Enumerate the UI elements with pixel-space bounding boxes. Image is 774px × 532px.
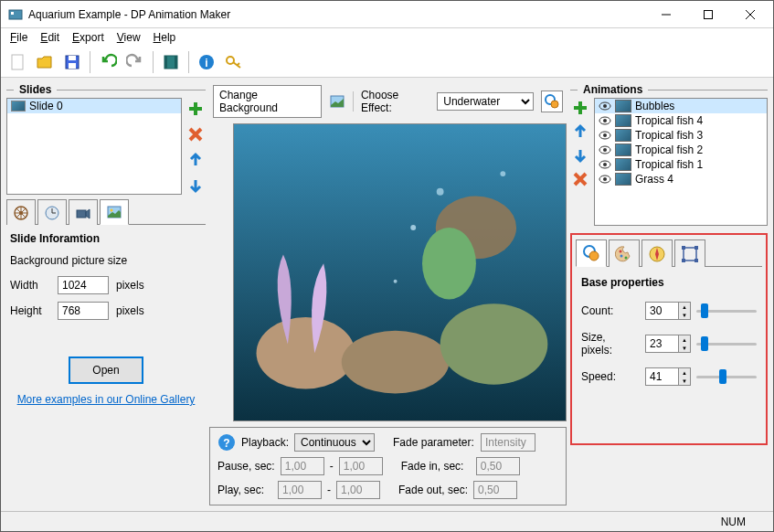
eye-icon[interactable] [599, 158, 611, 171]
playback-mode-select[interactable]: Continuous [294, 433, 375, 452]
animation-item[interactable]: Grass 4 [595, 172, 767, 186]
animation-item[interactable]: Tropical fish 2 [595, 143, 767, 157]
chevron-up-icon[interactable]: ▲ [679, 303, 690, 311]
redo-button[interactable] [122, 49, 148, 75]
eye-icon[interactable] [599, 173, 611, 186]
height-label: Height [10, 304, 50, 317]
height-input[interactable] [58, 302, 109, 320]
eye-icon[interactable] [599, 100, 611, 112]
effect-settings-button[interactable] [541, 90, 563, 112]
playback-panel: ? Playback: Continuous Fade parameter: P… [209, 427, 567, 505]
anim-thumb-icon [615, 173, 631, 186]
width-input[interactable] [58, 276, 109, 294]
svg-point-54 [603, 177, 607, 181]
slide-name: Slide 0 [29, 100, 63, 112]
maximize-button[interactable] [687, 1, 729, 28]
open-image-button[interactable]: Open [69, 356, 143, 384]
anim-name: Tropical fish 4 [635, 114, 703, 127]
center-panel: Change Background Choose Effect: Underwa… [209, 83, 567, 505]
size-slider[interactable] [696, 335, 757, 352]
add-slide-icon[interactable] [186, 100, 205, 118]
eye-icon[interactable] [599, 129, 611, 142]
props-tab-compass-icon[interactable] [641, 239, 673, 267]
move-up-icon[interactable] [186, 151, 205, 169]
menu-edit[interactable]: Edit [35, 29, 65, 46]
save-button[interactable] [59, 49, 85, 75]
svg-point-37 [410, 225, 416, 230]
svg-point-56 [589, 251, 599, 261]
animation-item[interactable]: Tropical fish 1 [595, 157, 767, 172]
close-button[interactable] [729, 1, 771, 28]
slide-info-title: Slide Inforamtion [10, 232, 202, 245]
props-tab-general-icon[interactable] [576, 239, 607, 267]
tab-camera-icon[interactable] [69, 199, 98, 225]
props-title: Base properties [581, 276, 757, 289]
tab-wheel-icon[interactable] [6, 199, 36, 225]
bg-size-label: Background picture size [10, 254, 202, 267]
count-slider[interactable] [696, 303, 757, 319]
slide-tabs [6, 198, 206, 225]
help-icon[interactable]: ? [217, 433, 236, 452]
slides-list[interactable]: Slide 0 [6, 98, 182, 195]
animation-tools [570, 98, 590, 229]
menu-export[interactable]: Export [67, 29, 110, 46]
svg-rect-3 [705, 10, 713, 18]
new-button[interactable] [5, 49, 30, 75]
svg-point-30 [551, 101, 558, 108]
gallery-link[interactable]: More examples in our Online Gallery [10, 393, 202, 406]
window-buttons [645, 1, 771, 28]
info-button[interactable]: i [194, 49, 219, 75]
undo-button[interactable] [95, 49, 121, 75]
change-background-button[interactable]: Change Background [213, 85, 322, 118]
svg-point-46 [603, 119, 607, 122]
tab-image-icon[interactable] [100, 199, 129, 225]
tab-clock-icon[interactable] [37, 199, 67, 225]
animation-item[interactable]: Tropical fish 3 [595, 128, 767, 143]
canvas-preview[interactable] [233, 123, 567, 421]
props-tab-palette-icon[interactable] [609, 239, 640, 267]
eye-icon[interactable] [599, 114, 611, 127]
animations-list[interactable]: BubblesTropical fish 4Tropical fish 3Tro… [594, 98, 768, 226]
animations-header: Animations [570, 83, 768, 96]
chevron-down-icon[interactable]: ▼ [679, 344, 690, 352]
eye-icon[interactable] [599, 144, 611, 156]
anim-thumb-icon [615, 100, 631, 112]
open-button[interactable] [32, 49, 58, 75]
slide-item[interactable]: Slide 0 [7, 99, 181, 113]
height-unit: pixels [116, 304, 144, 317]
chevron-down-icon[interactable]: ▼ [679, 377, 690, 385]
props-tab-bounds-icon[interactable] [674, 239, 705, 267]
minimize-button[interactable] [645, 1, 687, 28]
chevron-down-icon[interactable]: ▼ [679, 311, 690, 319]
move-down-icon[interactable] [186, 176, 205, 195]
effect-select[interactable]: Underwater [437, 92, 534, 111]
delete-slide-icon[interactable] [186, 125, 205, 144]
canvas-tools [209, 123, 229, 421]
pause-label: Pause, sec: [217, 460, 275, 473]
film-button[interactable] [158, 49, 184, 75]
anim-up-icon[interactable] [572, 123, 588, 140]
chevron-up-icon[interactable]: ▲ [679, 335, 690, 344]
svg-point-59 [625, 256, 628, 259]
menu-view[interactable]: View [111, 29, 146, 46]
playback-label: Playback: [241, 436, 289, 449]
add-anim-icon[interactable] [572, 100, 588, 116]
right-panel: Animations BubblesTropical fish 4Tropica… [570, 83, 768, 505]
animation-item[interactable]: Bubbles [595, 99, 767, 113]
slide-tools [186, 98, 206, 195]
speed-spinner[interactable]: ▲▼ [645, 367, 691, 386]
animation-item[interactable]: Tropical fish 4 [595, 113, 767, 128]
bg-image-icon[interactable] [329, 93, 345, 110]
anim-down-icon[interactable] [572, 147, 588, 164]
size-spinner[interactable]: ▲▼ [645, 335, 691, 353]
speed-slider[interactable] [696, 368, 757, 385]
left-panel: Slides Slide 0 [6, 83, 206, 505]
chevron-up-icon[interactable]: ▲ [679, 368, 690, 377]
delete-anim-icon[interactable] [572, 171, 588, 187]
svg-point-58 [620, 254, 623, 257]
key-button[interactable] [221, 49, 247, 75]
menu-file[interactable]: File [5, 29, 33, 46]
menu-help[interactable]: Help [148, 29, 182, 46]
count-spinner[interactable]: ▲▼ [645, 302, 691, 320]
fade-param-input [481, 433, 535, 452]
